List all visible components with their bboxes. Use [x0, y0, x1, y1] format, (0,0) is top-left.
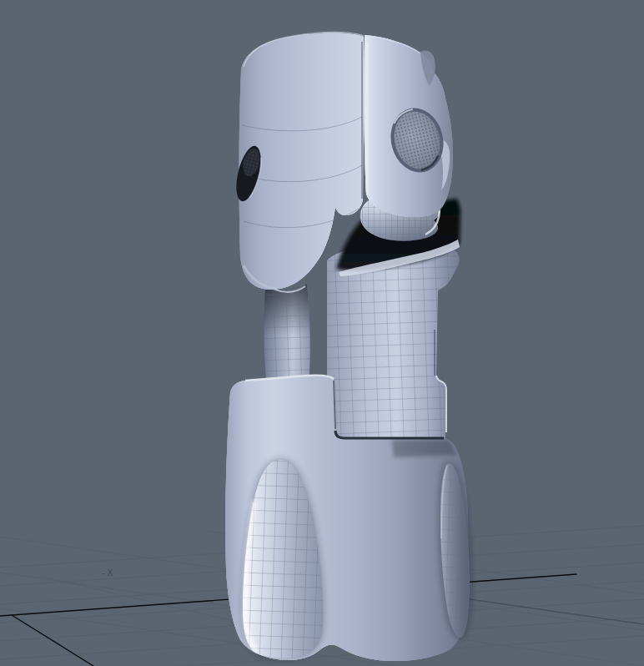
viewport-3d[interactable]: -X — [0, 0, 644, 666]
flange-cast-shadow — [392, 440, 456, 457]
viewport-canvas[interactable]: -X — [0, 0, 644, 666]
x-axis-label: -X — [101, 568, 113, 578]
head-crease-highlight — [366, 42, 368, 194]
